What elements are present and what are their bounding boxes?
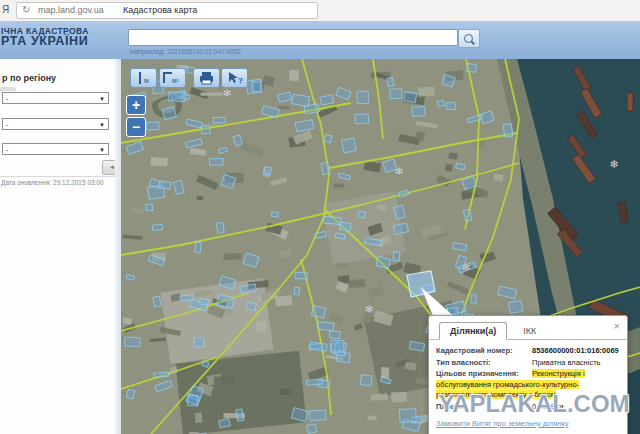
region-select-rada[interactable]: - ▼ — [2, 143, 109, 155]
svg-text:❄: ❄ — [394, 165, 403, 177]
close-icon[interactable]: × — [614, 321, 620, 331]
field-cadastral-number: Кадастровий номер:8536600000:01:016:0069 — [436, 346, 620, 357]
field-label: Тип власності: — [436, 358, 532, 369]
map[interactable]: ❄❄❄❄❄ м м² ? — [121, 59, 640, 434]
parcel-links: Замовити Витяг про земельну ділянку Замо… — [429, 415, 627, 434]
search-button[interactable] — [458, 29, 480, 48]
svg-text:❄: ❄ — [364, 303, 373, 315]
chevron-down-icon: ▼ — [99, 119, 105, 131]
identify-button[interactable]: ? — [221, 68, 248, 88]
region-select-oblast[interactable]: - ▼ — [2, 92, 109, 104]
search-icon — [464, 34, 473, 43]
region-label — [0, 87, 16, 91]
chevron-left-icon: ▼ — [99, 144, 105, 156]
parcel-info-popup: Ділянки(а) ІКК × Кадастровий номер:85366… — [428, 315, 628, 434]
svg-text:?: ? — [238, 76, 243, 85]
svg-text:м: м — [144, 77, 149, 84]
site-title: ІЧНА КАДАСТРОВА РТА УКРАЇНИ — [1, 26, 89, 46]
field-value: Приватна власність — [532, 358, 601, 367]
measure-line-icon: м — [131, 69, 156, 87]
popup-tabs: Ділянки(а) ІКК × — [429, 316, 627, 340]
search-hint: Наприклад: 3221655100:01:047:0052 — [130, 48, 241, 55]
site-title-line2: РТА УКРАЇНИ — [1, 36, 89, 46]
address-bar[interactable]: ↻ map.land.gov.ua Кадастрова карта — [16, 2, 318, 19]
field-label: Кадастровий номер: — [436, 346, 532, 357]
field-value: 8536600000:01:016:0069 — [532, 346, 619, 355]
field-area: Площа:0.1358 га — [436, 402, 620, 413]
zoom-out-button[interactable]: − — [126, 117, 146, 137]
search-input[interactable] — [128, 29, 458, 46]
refresh-icon[interactable]: ↻ — [22, 4, 30, 15]
field-label: Цільове призначення: — [436, 369, 532, 380]
page-title: Кадастрова карта — [123, 5, 197, 15]
svg-text:❄: ❄ — [609, 158, 618, 170]
screen: Я ↻ map.land.gov.ua Кадастрова карта ІЧН… — [0, 0, 640, 434]
browser-bar: Я ↻ map.land.gov.ua Кадастрова карта — [0, 0, 640, 22]
url-text: map.land.gov.ua — [38, 5, 104, 15]
field-ownership-type: Тип власності:Приватна власність — [436, 358, 620, 369]
svg-text:м²: м² — [172, 77, 179, 84]
select-value: - — [6, 146, 8, 153]
print-button[interactable] — [193, 68, 220, 88]
sidebar: р по регіону - ▼ - ▼ - ▼ ◄ Дата оновленн… — [0, 59, 115, 434]
browser-fragment: Я — [2, 4, 9, 15]
tab-ikk[interactable]: ІКК — [523, 323, 536, 339]
region-select-rayon[interactable]: - ▼ — [2, 118, 109, 130]
printer-icon — [194, 69, 219, 87]
order-extract-link[interactable]: Замовити Витяг про земельну ділянку — [436, 419, 620, 428]
divider — [0, 176, 115, 177]
measure-area-icon: м² — [160, 69, 185, 87]
tab-dilyanky[interactable]: Ділянки(а) — [439, 322, 507, 340]
field-purpose: Цільове призначення:Реконструкція і обсл… — [436, 369, 620, 401]
measure-line-button[interactable]: м — [130, 68, 157, 88]
data-updated-label: Дата оновлення: 29.12.2015 03:00 — [1, 179, 104, 186]
site-header: ІЧНА КАДАСТРОВА РТА УКРАЇНИ Наприклад: 3… — [0, 21, 640, 61]
parcel-fields: Кадастровий номер:8536600000:01:016:0069… — [429, 340, 627, 415]
identify-cursor-icon: ? — [222, 69, 247, 87]
select-value: - — [6, 121, 8, 128]
zoom-in-button[interactable]: + — [126, 95, 146, 115]
region-search-heading: р по регіону — [2, 73, 56, 83]
select-value: - — [6, 95, 8, 102]
chevron-down-icon: ▼ — [99, 93, 105, 105]
field-label: Площа: — [436, 402, 532, 413]
svg-text:❄: ❄ — [461, 261, 470, 273]
field-value: 0.1358 га — [532, 402, 564, 411]
measure-area-button[interactable]: м² — [159, 68, 186, 88]
